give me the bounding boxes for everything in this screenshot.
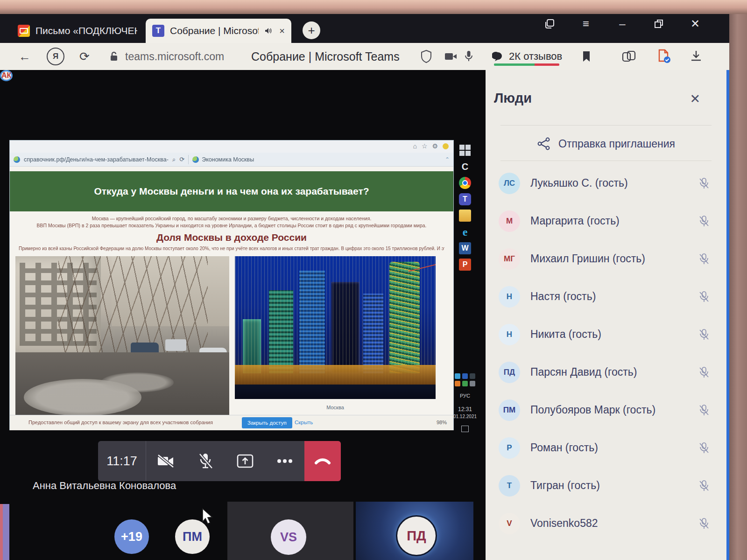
ie-tab[interactable]: Экономика Москвы	[192, 156, 254, 163]
mic-off-icon[interactable]	[698, 442, 710, 454]
ie-refresh-icon[interactable]: ⟳	[179, 156, 184, 163]
explorer-icon[interactable]	[459, 210, 471, 222]
page-banner-title: Откуда у Москвы деньги и на чем она их з…	[94, 186, 369, 197]
new-tab-button[interactable]: +	[303, 21, 320, 39]
stop-share-button[interactable]: Закрыть доступ	[242, 417, 292, 428]
mic-off-icon[interactable]	[698, 518, 710, 530]
mic-icon[interactable]	[465, 43, 473, 70]
back-arrow-icon[interactable]: ←	[19, 43, 31, 70]
download-icon[interactable]	[690, 43, 702, 70]
close-window-icon[interactable]: ✕	[689, 18, 701, 30]
minimize-icon[interactable]: –	[616, 18, 628, 30]
participant-row[interactable]: Р Роман (гость)	[486, 429, 726, 467]
close-tab-icon[interactable]: ×	[279, 26, 285, 36]
shield-icon[interactable]	[420, 43, 432, 70]
camera-off-icon	[156, 454, 175, 468]
avatar[interactable]: VS	[271, 519, 306, 555]
document-check-icon[interactable]	[656, 43, 671, 70]
participant-row[interactable]: ЛС Лукьяшко С. (гость)	[486, 164, 726, 202]
participant-avatar: Н	[499, 324, 520, 345]
hide-link[interactable]: Скрыть	[295, 420, 313, 425]
bookmark-icon[interactable]	[582, 43, 591, 70]
mic-off-icon[interactable]	[698, 253, 710, 265]
more-button[interactable]	[265, 459, 304, 463]
meeting-stage: ⌂ ☆ ⚙ справочник.рф/Деньги/на-чем-зараба…	[0, 70, 486, 560]
ie-tab-title: Экономика Москвы	[202, 156, 254, 163]
photo-caption: Москва	[235, 405, 436, 410]
participant-row[interactable]: Т Тигран (гость)	[486, 467, 726, 504]
participant-row[interactable]: V Vonisenko582	[486, 504, 726, 542]
participant-row[interactable]: М Маргарита (гость)	[486, 202, 726, 240]
share-notice-text: Предоставлен общий доступ к вашему экран…	[28, 420, 213, 425]
send-invite-button[interactable]: Отправка приглашения	[486, 131, 726, 157]
yandex-search-icon[interactable]: Я	[47, 43, 64, 70]
close-panel-icon[interactable]: ✕	[690, 91, 700, 106]
mic-off-icon[interactable]	[698, 291, 710, 303]
reviews-bubble-icon[interactable]	[492, 43, 503, 70]
tab-overview-icon[interactable]	[543, 18, 556, 30]
camera-off-button[interactable]	[146, 454, 186, 468]
word-icon[interactable]: W	[459, 242, 471, 254]
address-url[interactable]: teams.microsoft.com	[125, 43, 224, 70]
share-screen-button[interactable]	[226, 454, 265, 469]
chevron-up-icon[interactable]: ⌃	[445, 156, 450, 163]
avatar[interactable]: +19	[114, 519, 149, 554]
participant-row[interactable]: Н Настя (гость)	[486, 278, 726, 315]
lock-icon[interactable]	[109, 43, 120, 70]
language-indicator[interactable]: РУС	[460, 393, 470, 399]
mic-off-icon	[197, 453, 213, 469]
home-icon[interactable]: ⌂	[413, 142, 416, 150]
participant-row[interactable]: ПМ Полубояров Марк (гость)	[486, 391, 726, 429]
share-invite-icon	[537, 137, 551, 151]
participant-avatar: ПМ	[499, 399, 520, 421]
participant-name: Парсян Давид (гость)	[530, 366, 688, 378]
mic-off-button[interactable]	[186, 453, 226, 469]
ie-address-bar[interactable]: справочник.рф/Деньги/на-чем-зарабатывает…	[10, 153, 453, 167]
presenter-name-label: Анна Витальевна Коновалова	[33, 480, 176, 492]
star-icon[interactable]: ☆	[422, 142, 428, 150]
collections-icon[interactable]	[622, 43, 636, 70]
camera-icon[interactable]	[444, 43, 458, 70]
call-control-bar: 11:17	[98, 441, 341, 481]
menu-icon[interactable]: ≡	[580, 18, 592, 30]
avatar[interactable]: АК	[0, 70, 13, 81]
participant-avatar: V	[499, 513, 520, 534]
mic-off-icon[interactable]	[698, 366, 710, 378]
gear-icon[interactable]: ⚙	[432, 142, 438, 150]
powerpoint-icon[interactable]: P	[459, 259, 471, 271]
tab-meeting[interactable]: T Собрание | Microsof ×	[146, 19, 291, 43]
ie-zoom-level[interactable]: 98%	[437, 420, 447, 425]
laptop-bezel-right	[729, 14, 747, 560]
speaker-icon[interactable]	[264, 27, 273, 35]
participant-row[interactable]: ПД Парсян Давид (гость)	[486, 353, 726, 391]
mic-off-icon[interactable]	[698, 480, 710, 492]
internet-explorer-icon[interactable]: e	[459, 226, 471, 238]
reviews-label[interactable]: 2К отзывов	[505, 43, 562, 70]
tab-mail[interactable]: Письмо «ПОДКЛЮЧЕНИ	[11, 19, 144, 43]
search-icon[interactable]: C	[459, 161, 471, 173]
refresh-icon[interactable]: ⟳	[79, 43, 90, 70]
search-icon[interactable]: ⌕	[172, 156, 176, 163]
action-center-icon[interactable]	[461, 426, 469, 432]
participant-name: Никита (гость)	[530, 328, 688, 341]
restore-icon[interactable]	[653, 18, 665, 30]
mic-off-icon[interactable]	[698, 177, 710, 189]
photo-moscow-city-night	[235, 256, 436, 399]
system-tray[interactable]	[455, 373, 475, 386]
teams-icon[interactable]: T	[459, 193, 471, 205]
windows-start-icon[interactable]	[459, 144, 471, 156]
mic-off-icon[interactable]	[698, 215, 710, 227]
mic-off-icon[interactable]	[698, 404, 710, 416]
panel-title: Люди	[494, 91, 532, 106]
chrome-icon[interactable]	[459, 177, 471, 189]
mouse-cursor	[201, 508, 215, 525]
ie-url: справочник.рф/Деньги/на-чем-зарабатывает…	[24, 156, 169, 163]
screen-photo: Письмо «ПОДКЛЮЧЕНИ T Собрание | Microsof…	[0, 0, 747, 560]
mic-off-icon[interactable]	[698, 329, 710, 341]
shared-screen-window: ⌂ ☆ ⚙ справочник.рф/Деньги/на-чем-зараба…	[9, 140, 454, 430]
participant-row[interactable]: Н Никита (гость)	[486, 315, 726, 353]
avatar[interactable]: ПД	[397, 517, 436, 555]
call-timer: 11:17	[98, 454, 146, 469]
hang-up-button[interactable]	[304, 441, 341, 481]
participant-row[interactable]: МГ Михаил Гришин (гость)	[486, 240, 726, 278]
